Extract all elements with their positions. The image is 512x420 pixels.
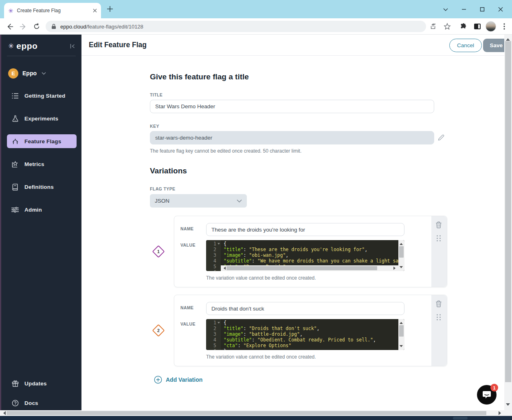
chevron-down-icon <box>42 72 46 75</box>
name-label: NAME <box>180 305 194 310</box>
flask-icon <box>11 115 19 122</box>
variation-card-2: NAME VALUE 123456 {"title": "Droids that… <box>174 295 447 366</box>
scroll-down-arrow-icon[interactable] <box>506 403 510 408</box>
chat-launcher-button[interactable]: 1 <box>477 385 497 405</box>
sidebar-item-docs[interactable]: Docs <box>7 396 77 410</box>
eppo-logo-icon: ✳ <box>8 42 14 50</box>
chat-notification-badge: 1 <box>490 384 498 392</box>
page-header: Edit Feature Flag Cancel Save <box>81 35 504 56</box>
scroll-left-arrow-icon[interactable] <box>1 411 6 415</box>
editor-gutter: 123456 <box>206 240 221 271</box>
menu-dots-icon[interactable] <box>499 22 509 31</box>
tab-close-icon[interactable] <box>93 9 97 13</box>
sidebar-item-definitions[interactable]: Definitions <box>7 180 77 194</box>
window-close-icon[interactable] <box>491 0 510 18</box>
variation-1-value-editor[interactable]: 123456 {"title": "These are the droids y… <box>206 240 404 271</box>
refresh-icon[interactable] <box>32 22 42 31</box>
taskbar-item <box>453 417 468 420</box>
scroll-right-arrow-icon[interactable] <box>499 411 503 415</box>
workspace-avatar: E <box>8 68 18 79</box>
extensions-puzzle-icon[interactable] <box>459 22 468 31</box>
bottom-strip <box>0 416 512 420</box>
scroll-up-arrow-icon[interactable] <box>506 36 510 41</box>
forward-icon[interactable] <box>18 22 28 31</box>
side-panel-icon[interactable] <box>472 22 482 31</box>
browser-tab[interactable]: ✳ Create Feature Flag <box>4 3 101 18</box>
variation-1-badge: 1 <box>152 245 165 258</box>
cancel-button[interactable]: Cancel <box>449 39 482 52</box>
editor-vertical-scrollbar[interactable] <box>398 240 404 271</box>
variation-2-badge: 2 <box>152 324 165 337</box>
editor-horizontal-scrollbar[interactable] <box>221 265 398 271</box>
flag-type-label: FLAG TYPE <box>150 186 176 191</box>
sidebar-footer-nav: Updates Docs <box>7 376 77 416</box>
page-title: Edit Feature Flag <box>89 41 147 49</box>
back-icon[interactable] <box>5 22 15 31</box>
plus-circle-icon <box>154 376 162 384</box>
main-area: Edit Feature Flag Cancel Save Give this … <box>81 35 504 410</box>
variations-title: Variations <box>150 166 187 175</box>
variation-card-1: NAME VALUE 123456 {"title": "These are t… <box>174 216 447 287</box>
sidebar-item-feature-flags[interactable]: Feature Flags <box>7 134 77 148</box>
editor-vertical-scrollbar[interactable] <box>398 319 404 350</box>
window-controls <box>436 0 510 18</box>
vertical-scrollbar-thumb[interactable] <box>505 41 511 382</box>
value-label: VALUE <box>180 322 196 326</box>
drag-handle-icon[interactable] <box>437 314 441 320</box>
edit-pencil-icon[interactable] <box>437 134 445 141</box>
page-horizontal-scrollbar[interactable] <box>0 410 504 416</box>
editor-code[interactable]: {"title": "Droids that don't suck","imag… <box>221 319 404 350</box>
key-input <box>150 131 434 144</box>
sidebar-nav: Getting Started Experiments Feature Flag… <box>7 89 77 225</box>
url-bar[interactable]: eppo.cloud/feature-flags/edit/10128 <box>46 21 426 32</box>
chat-bubble-icon <box>482 390 492 400</box>
variation-1-name-input[interactable] <box>206 223 404 236</box>
sidebar-item-metrics[interactable]: Metrics <box>7 157 77 171</box>
sidebar-item-experiments[interactable]: Experiments <box>7 112 77 125</box>
window-minimize-icon[interactable] <box>455 0 473 18</box>
flag-branch-icon <box>11 138 19 145</box>
lock-icon <box>51 24 56 29</box>
sidebar-divider <box>7 56 76 56</box>
collapse-sidebar-icon[interactable] <box>70 43 76 49</box>
variation-help-text: The variation value cannot be edited onc… <box>206 275 316 281</box>
sidebar-item-admin[interactable]: Admin <box>7 203 77 217</box>
sidebar: ✳ eppo E Eppo Getting Started Experiment… <box>0 35 81 410</box>
key-label: KEY <box>150 124 159 129</box>
add-variation-button[interactable]: Add Variation <box>154 376 202 384</box>
profile-avatar[interactable] <box>486 21 496 32</box>
url-text: eppo.cloud/feature-flags/edit/10128 <box>60 24 143 30</box>
new-tab-button[interactable] <box>106 5 114 13</box>
sidebar-item-getting-started[interactable]: Getting Started <box>7 89 77 103</box>
chevron-down-icon <box>237 199 242 203</box>
sliders-icon <box>11 207 19 213</box>
variation-help-text: The variation value cannot be edited onc… <box>206 354 316 360</box>
browser-tabstrip: ✳ Create Feature Flag <box>0 0 512 18</box>
variation-2-value-editor[interactable]: 123456 {"title": "Droids that don't suck… <box>206 319 404 350</box>
variation-2-name-input[interactable] <box>206 302 404 315</box>
key-help-text: The feature flag key cannot be edited on… <box>150 148 301 154</box>
drag-handle-icon[interactable] <box>437 235 441 241</box>
sidebar-item-updates[interactable]: Updates <box>7 376 77 390</box>
add-variation-label: Add Variation <box>166 376 202 383</box>
section-title: Give this feature flag a title <box>150 72 249 81</box>
eppo-logo-text: eppo <box>16 41 37 51</box>
star-box-icon <box>11 161 19 168</box>
scrollbar-corner <box>504 410 512 416</box>
page-vertical-scrollbar[interactable] <box>504 35 512 410</box>
flag-type-select[interactable]: JSON <box>150 194 247 208</box>
horizontal-scrollbar-thumb[interactable] <box>7 411 486 415</box>
workspace-name: Eppo <box>22 70 37 77</box>
trash-icon[interactable] <box>435 221 442 228</box>
bookmark-star-icon[interactable] <box>442 22 452 31</box>
variation-1-action-strip <box>431 216 447 287</box>
window-restore-down-icon[interactable] <box>436 0 455 18</box>
trash-icon[interactable] <box>435 300 442 307</box>
window-maximize-icon[interactable] <box>473 0 491 18</box>
value-label: VALUE <box>180 243 196 247</box>
title-input[interactable] <box>150 100 434 113</box>
eppo-favicon-icon: ✳ <box>8 8 13 14</box>
share-icon[interactable] <box>428 22 438 31</box>
workspace-selector[interactable]: E Eppo <box>8 68 46 79</box>
form-content: Give this feature flag a title TITLE KEY… <box>81 56 504 410</box>
